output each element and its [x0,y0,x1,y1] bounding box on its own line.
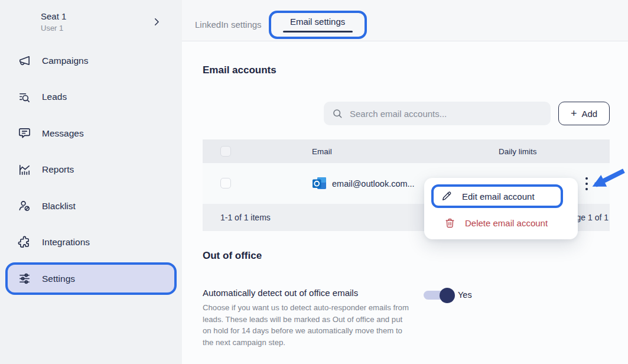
sidebar-item-label: Campaigns [42,56,88,66]
search-icon [332,108,343,119]
sidebar-item-blacklist[interactable]: Blacklist [0,188,182,225]
toggle-value-label: Yes [458,290,472,300]
column-header-daily-limits: Daily limits [499,139,537,163]
annotation-arrow-icon [585,167,627,194]
active-tab-underline [283,31,353,32]
pencil-icon [441,190,453,202]
pagination-items-label: 1-1 of 1 items [220,213,271,222]
user-block-icon [17,199,31,213]
sidebar-item-label: Blacklist [42,201,76,212]
sidebar-item-reports[interactable]: Reports [0,152,182,188]
sliders-icon [17,272,31,286]
tab-linkedin-settings[interactable]: LinkedIn settings [195,20,262,30]
column-header-email: Email [312,139,332,163]
menu-item-label: Delete email account [465,218,548,228]
seat-switcher[interactable]: Seat 1 User 1 [0,11,182,37]
table-header: Email Daily limits [203,139,610,163]
add-button-label: Add [581,109,597,119]
tab-email-settings[interactable]: Email settings [269,11,367,39]
email-accounts-toolbar: + Add [324,102,610,125]
puzzle-icon [17,235,31,249]
sidebar-item-label: Leads [42,92,67,102]
ooo-setting-label: Automatically detect out of office email… [203,288,358,298]
menu-item-delete-email-account[interactable]: Delete email account [444,212,548,233]
select-all-checkbox[interactable] [220,146,231,157]
search-list-icon [17,90,31,104]
chart-icon [17,162,31,177]
trash-icon [444,217,455,229]
ooo-toggle[interactable] [424,291,453,300]
megaphone-icon [17,54,31,68]
sidebar-item-messages[interactable]: Messages [0,115,182,152]
toggle-knob [440,288,455,303]
row-checkbox[interactable] [220,178,231,188]
sidebar-item-label: Settings [42,274,75,284]
settings-tab-bar: LinkedIn settings Email settings [182,0,628,41]
chevron-right-icon [151,17,162,27]
email-cell: email@outlook.com... [332,163,415,204]
sidebar-item-label: Messages [42,128,84,139]
app-window: Seat 1 User 1 Campaigns Leads [0,0,628,364]
sidebar-item-integrations[interactable]: Integrations [0,225,182,261]
out-of-office-title: Out of office [203,250,262,262]
add-email-account-button[interactable]: + Add [558,102,610,125]
sidebar-nav: Campaigns Leads Messages Reports [0,43,182,297]
seat-subtitle: User 1 [41,24,63,32]
sidebar-item-leads[interactable]: Leads [0,79,182,116]
menu-item-edit-email-account[interactable]: Edit email account [431,184,563,208]
outlook-icon [312,176,327,191]
sidebar-item-label: Integrations [42,237,90,248]
menu-item-label: Edit email account [462,191,535,202]
sidebar-item-settings[interactable]: Settings [5,262,177,295]
tab-email-settings-label: Email settings [290,17,345,27]
seat-title: Seat 1 [41,11,66,21]
sidebar-item-campaigns[interactable]: Campaigns [0,43,182,79]
sidebar-item-label: Reports [42,164,74,175]
row-actions-menu: Edit email account Delete email account [424,178,578,239]
plus-icon: + [571,108,577,119]
ooo-setting-description: Choose if you want us to detect auto-res… [203,302,409,348]
chat-bubble-icon [17,126,31,141]
search-email-accounts [324,102,551,125]
sidebar: Seat 1 User 1 Campaigns Leads [0,0,182,364]
email-accounts-title: Email accounts [203,64,276,76]
search-input[interactable] [349,108,551,119]
